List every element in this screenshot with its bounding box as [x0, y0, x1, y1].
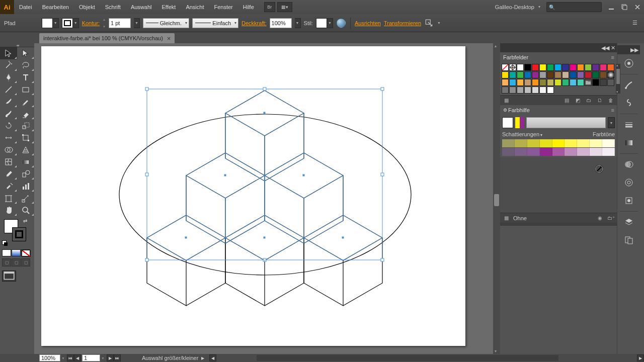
stroke-weight-input[interactable]: 1 pt — [109, 18, 131, 28]
gradient-tool[interactable] — [17, 156, 34, 168]
swatch[interactable] — [509, 64, 516, 71]
swatch[interactable] — [585, 71, 592, 78]
swatch[interactable] — [502, 86, 509, 94]
new-swatch-icon[interactable]: 🗋 — [596, 97, 604, 104]
workspace-switcher[interactable]: Galileo-Desktop — [490, 4, 543, 10]
line-tool[interactable] — [0, 83, 17, 96]
swatch[interactable] — [592, 79, 599, 86]
symbol-sprayer-tool[interactable] — [0, 180, 17, 192]
swatch[interactable] — [539, 64, 546, 71]
guide-swatch[interactable] — [565, 139, 577, 147]
swatch[interactable] — [502, 79, 509, 86]
drawmode-normal-icon[interactable]: ◻ — [2, 258, 11, 266]
hscroll-track[interactable] — [257, 355, 558, 361]
stroke-link[interactable]: Kontur: — [82, 20, 100, 26]
swatch[interactable] — [607, 79, 614, 86]
swatch[interactable] — [524, 71, 531, 78]
swatch[interactable] — [570, 71, 577, 78]
menu-effekt[interactable]: Effekt — [156, 0, 181, 14]
hand-tool[interactable] — [0, 204, 17, 216]
opacity-link[interactable]: Deckkraft: — [242, 20, 267, 26]
swatch[interactable] — [600, 64, 607, 71]
guide-swatch[interactable] — [540, 148, 552, 156]
panel-vscroll[interactable] — [493, 43, 500, 354]
menu-hilfe[interactable]: Hilfe — [238, 0, 259, 14]
bridge-button[interactable]: Br — [264, 2, 275, 12]
menu-schrift[interactable]: Schrift — [100, 0, 126, 14]
swatch[interactable] — [547, 71, 554, 78]
swatch-options-icon[interactable]: ◩ — [574, 97, 582, 104]
blob-brush-tool[interactable] — [0, 108, 17, 120]
artboard[interactable] — [41, 46, 465, 346]
menu-ansicht[interactable]: Ansicht — [181, 0, 209, 14]
swatch[interactable] — [539, 79, 546, 86]
variation-mode-dropdown[interactable]: Schattierungen — [502, 131, 542, 137]
color-mode-none[interactable] — [21, 249, 30, 256]
edit-colors-icon[interactable]: ◉ — [596, 215, 604, 222]
swatch[interactable] — [539, 71, 546, 78]
fill-swatch[interactable]: ▼ — [42, 18, 59, 28]
menu-objekt[interactable]: Objekt — [74, 0, 100, 14]
swatch[interactable] — [570, 79, 577, 86]
limit-colors-icon[interactable]: ▦ — [502, 215, 510, 222]
swatch[interactable] — [509, 71, 516, 78]
panel-group-header[interactable]: ◀◀✕ — [500, 43, 617, 52]
swatch[interactable] — [607, 71, 614, 78]
eraser-tool[interactable] — [17, 108, 34, 120]
swatch[interactable] — [554, 71, 561, 78]
layers-panel-icon[interactable] — [621, 215, 636, 230]
eyedropper-tool[interactable] — [0, 168, 17, 180]
stroke-panel-icon[interactable] — [621, 117, 636, 132]
swatch[interactable] — [502, 64, 509, 71]
new-group-icon[interactable]: 🗀 — [585, 97, 593, 104]
swatch[interactable] — [585, 64, 592, 71]
gradient-panel-icon[interactable] — [621, 135, 636, 150]
direct-selection-tool[interactable] — [17, 47, 34, 59]
swatch[interactable] — [509, 79, 516, 86]
swatch[interactable] — [547, 79, 554, 86]
swatch[interactable] — [562, 71, 569, 78]
swatch-library-icon[interactable]: ▦ — [502, 97, 510, 104]
guide-swatch[interactable] — [527, 139, 540, 147]
paintbrush-tool[interactable] — [0, 96, 17, 108]
swatch[interactable] — [600, 79, 607, 86]
hscroll-left[interactable]: ◀ — [209, 354, 216, 361]
menu-datei[interactable]: Datei — [14, 0, 37, 14]
swatch[interactable] — [524, 79, 531, 86]
menu-fenster[interactable]: Fenster — [209, 0, 237, 14]
guide-swatch[interactable] — [515, 148, 527, 156]
swatch[interactable] — [592, 64, 599, 71]
harmony-rule-dropdown[interactable]: ▼ — [608, 117, 615, 128]
style-swatch[interactable]: ▼ — [316, 18, 333, 28]
swap-fill-stroke-icon[interactable]: ⇄ — [23, 218, 27, 224]
swatch[interactable] — [577, 79, 584, 86]
lasso-tool[interactable] — [17, 59, 34, 71]
mesh-tool[interactable] — [0, 156, 17, 168]
swatch[interactable] — [517, 79, 524, 86]
transparency-panel-icon[interactable] — [621, 157, 636, 172]
drawmode-behind-icon[interactable]: ◻ — [12, 258, 21, 266]
slice-tool[interactable] — [17, 192, 34, 204]
guide-swatch[interactable] — [515, 139, 527, 147]
save-group-icon[interactable]: 🗀⁺ — [607, 215, 615, 222]
swatches-panel-title[interactable]: Farbfelder — [500, 52, 617, 62]
swatch[interactable] — [532, 86, 539, 94]
guide-swatch[interactable] — [565, 148, 577, 156]
screen-mode-button[interactable] — [2, 270, 16, 282]
base-color-swatch[interactable] — [502, 117, 513, 128]
graphic-styles-panel-icon[interactable] — [621, 193, 636, 208]
minimize-button[interactable] — [605, 2, 618, 13]
swatch[interactable] — [532, 79, 539, 86]
swatch[interactable] — [562, 64, 569, 71]
guide-swatch[interactable] — [590, 139, 602, 147]
swatch[interactable] — [554, 79, 561, 86]
pen-tool[interactable] — [0, 71, 17, 83]
swatch[interactable] — [532, 64, 539, 71]
guide-swatch[interactable] — [540, 139, 552, 147]
magic-wand-tool[interactable] — [0, 59, 17, 71]
zoom-tool[interactable] — [17, 204, 34, 216]
color-mode-gradient[interactable] — [12, 249, 21, 256]
align-link[interactable]: Ausrichten — [355, 20, 381, 26]
swatch[interactable] — [592, 71, 599, 78]
swatch[interactable] — [607, 64, 614, 71]
